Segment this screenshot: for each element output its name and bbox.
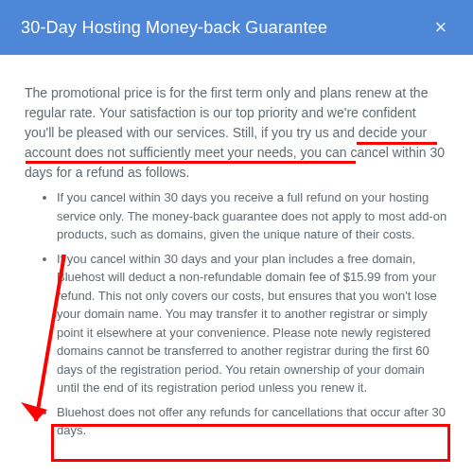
modal-body: The promotional price is for the first t… xyxy=(0,55,473,461)
intro-paragraph: The promotional price is for the first t… xyxy=(25,83,448,183)
close-icon[interactable]: × xyxy=(429,17,452,38)
list-item: If you cancel within 30 days and your pl… xyxy=(57,250,448,397)
modal-header: 30-Day Hosting Money-back Guarantee × xyxy=(0,0,473,55)
modal-title: 30-Day Hosting Money-back Guarantee xyxy=(21,18,327,38)
list-item: Bluehost does not offer any refunds for … xyxy=(57,403,448,440)
list-item: If you cancel within 30 days you receive… xyxy=(57,188,448,244)
refund-terms-list: If you cancel within 30 days you receive… xyxy=(25,188,448,440)
